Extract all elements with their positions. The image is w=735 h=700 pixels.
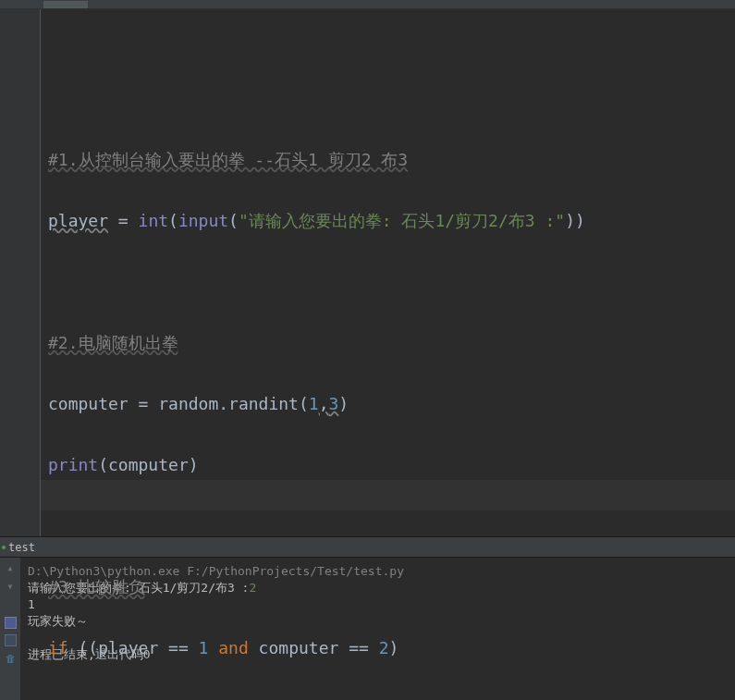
terminal-tab-name[interactable]: test xyxy=(8,541,35,554)
keyword-if: if xyxy=(48,638,68,657)
terminal-toolbar xyxy=(0,558,20,700)
string-literal: "请输入您要出的拳: 石头1/剪刀2/布3 :" xyxy=(239,211,565,230)
filter-icon[interactable] xyxy=(5,634,17,646)
run-status-icon xyxy=(2,546,6,549)
builtin-input: input xyxy=(178,211,228,230)
active-tab-indicator[interactable] xyxy=(43,1,88,8)
code-editor[interactable]: #1.从控制台输入要出的拳 --石头1 剪刀2 布3 player = int(… xyxy=(41,9,735,536)
arrow-up-icon[interactable] xyxy=(4,561,17,574)
editor-container: #1.从控制台输入要出的拳 --石头1 剪刀2 布3 player = int(… xyxy=(0,9,735,536)
toggle-icon[interactable] xyxy=(5,617,17,629)
editor-tab-bar xyxy=(0,0,735,9)
line-number-gutter xyxy=(0,9,41,536)
trash-icon[interactable] xyxy=(4,652,17,665)
builtin-print: print xyxy=(48,455,98,474)
output-line: 1 xyxy=(28,597,35,611)
comment-text: #2.电脑随机出拳 xyxy=(48,333,178,352)
variable: player xyxy=(48,211,108,230)
variable: computer xyxy=(48,394,129,413)
builtin-int: int xyxy=(139,211,169,230)
arrow-down-icon[interactable] xyxy=(4,580,17,593)
comment-text: #1.从控制台输入要出的拳 --石头1 剪刀2 布3 xyxy=(48,150,408,169)
comment-text: #3.比较胜负 xyxy=(48,577,145,596)
toolbar-spacer xyxy=(4,598,17,611)
